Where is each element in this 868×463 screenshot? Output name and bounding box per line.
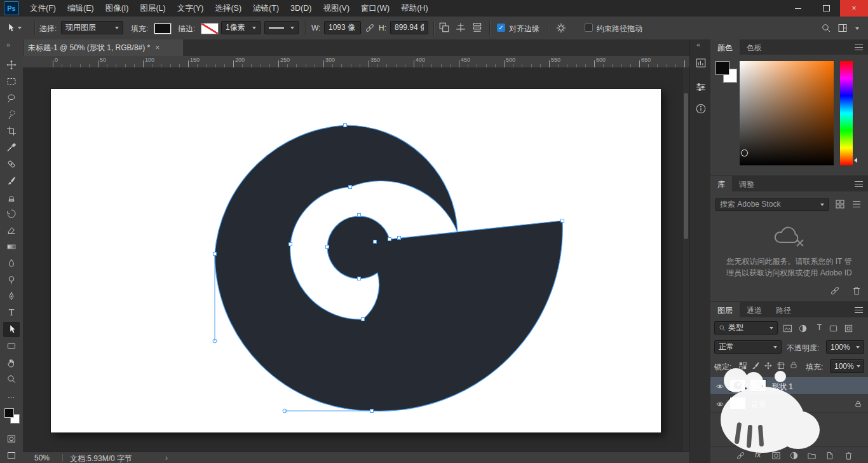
tool-brush[interactable]: [3, 173, 20, 188]
tool-preset-picker[interactable]: [5, 20, 31, 36]
tool-shape[interactable]: [3, 338, 20, 354]
anchor-point[interactable]: [398, 237, 401, 240]
status-popup-chevron[interactable]: ›: [165, 453, 168, 462]
link-layers-icon[interactable]: [736, 451, 745, 460]
library-search-dropdown[interactable]: 搜索 Adobe Stock: [715, 198, 829, 211]
toolbar-edit-ellipsis[interactable]: …: [3, 388, 20, 403]
filter-pixel-layers-icon[interactable]: [783, 324, 792, 333]
tab-channels[interactable]: 通道: [740, 302, 769, 317]
screen-mode-button[interactable]: [3, 448, 20, 463]
tool-zoom[interactable]: [3, 371, 20, 387]
layer-style-fx-icon[interactable]: fx: [755, 450, 761, 459]
anchor-point[interactable]: [326, 245, 329, 249]
fill-swatch[interactable]: [154, 23, 172, 34]
anchor-point[interactable]: [214, 252, 217, 256]
document-tab[interactable]: 未标题-1 @ 50% (形状 1, RGB/8#) * ×: [23, 39, 183, 56]
vertical-scrollbar[interactable]: [682, 67, 689, 452]
filter-type-layers-icon[interactable]: T: [815, 323, 824, 332]
close-button[interactable]: ×: [840, 0, 868, 17]
color-swatches[interactable]: [4, 408, 20, 424]
tab-swatches[interactable]: 色板: [740, 39, 769, 55]
library-link-icon[interactable]: [830, 286, 840, 296]
menu-view[interactable]: 视图(V): [317, 0, 355, 17]
anchor-point[interactable]: [344, 124, 347, 127]
tab-libraries[interactable]: 库: [710, 176, 732, 191]
gear-icon[interactable]: [555, 22, 567, 34]
menu-layer[interactable]: 图层(L): [134, 0, 171, 17]
toolbar-collapse-icon[interactable]: »: [6, 41, 10, 48]
tool-healing-brush[interactable]: [3, 156, 20, 172]
info-panel-icon[interactable]: [695, 103, 707, 114]
foreground-color-swatch[interactable]: [4, 408, 14, 418]
tool-marquee[interactable]: [3, 74, 20, 89]
hue-slider[interactable]: [840, 61, 853, 165]
tab-color[interactable]: 颜色: [710, 39, 740, 55]
lock-position-icon[interactable]: [764, 361, 773, 370]
tool-quick-select[interactable]: [3, 107, 20, 122]
anchor-point[interactable]: [362, 318, 365, 321]
minimize-button[interactable]: [784, 0, 812, 17]
foreground-color-swatch[interactable]: [715, 61, 729, 75]
stroke-style-dropdown[interactable]: [264, 21, 299, 34]
tool-eyedropper[interactable]: [3, 140, 20, 155]
delete-layer-icon[interactable]: [844, 451, 853, 460]
tool-move[interactable]: [3, 57, 20, 73]
align-edges-checkbox[interactable]: ✓: [497, 24, 505, 32]
tool-path-select[interactable]: [3, 322, 20, 337]
histogram-panel-icon[interactable]: [695, 57, 707, 69]
add-mask-icon[interactable]: [771, 451, 781, 460]
workspace-caret-icon[interactable]: [855, 27, 859, 30]
color-field[interactable]: [740, 61, 834, 165]
library-trash-icon[interactable]: [851, 286, 862, 296]
anchor-point[interactable]: [358, 277, 361, 280]
blend-mode-dropdown[interactable]: 正常: [714, 340, 782, 354]
artboard[interactable]: [51, 89, 661, 432]
path-alignment-button[interactable]: [455, 22, 466, 33]
panel-menu-icon[interactable]: [855, 307, 863, 313]
tool-hand[interactable]: [3, 355, 20, 370]
quick-mask-button[interactable]: [3, 431, 20, 446]
anchor-point[interactable]: [370, 410, 374, 413]
adjustments-panel-icon[interactable]: [695, 81, 707, 93]
link-dimensions-icon[interactable]: [365, 23, 375, 33]
menu-select[interactable]: 选择(S): [209, 0, 247, 17]
anchor-point[interactable]: [289, 243, 292, 246]
menu-image[interactable]: 图像(I): [100, 0, 135, 17]
scrollbar-thumb[interactable]: [684, 93, 688, 239]
anchor-point[interactable]: [358, 214, 361, 217]
vector-mask-thumbnail[interactable]: [750, 379, 766, 392]
tool-history-brush[interactable]: [3, 206, 20, 221]
zoom-level[interactable]: 50%: [34, 453, 50, 462]
workspace-switcher-icon[interactable]: [837, 23, 848, 33]
width-input[interactable]: 1093 像: [324, 21, 361, 34]
tab-close-icon[interactable]: ×: [155, 43, 159, 52]
layer-thumbnail[interactable]: [729, 397, 746, 410]
menu-file[interactable]: 文件(F): [24, 0, 62, 17]
tab-paths[interactable]: 路径: [769, 302, 798, 317]
panel-color-swatches[interactable]: [715, 61, 738, 84]
color-field-cursor[interactable]: [741, 149, 748, 156]
new-adjustment-layer-icon[interactable]: [789, 451, 799, 460]
lock-pixels-icon[interactable]: [751, 361, 760, 370]
panel-collapse-icon[interactable]: «: [696, 41, 700, 48]
menu-3d[interactable]: 3D(D): [285, 0, 317, 17]
menu-help[interactable]: 帮助(H): [395, 0, 433, 17]
tool-crop[interactable]: [3, 123, 20, 139]
anchor-point[interactable]: [561, 219, 564, 223]
filter-adjustment-layers-icon[interactable]: [798, 324, 808, 333]
anchor-point[interactable]: [374, 240, 377, 244]
tool-lasso[interactable]: [3, 90, 20, 106]
tool-gradient[interactable]: [3, 239, 20, 254]
grid-view-icon[interactable]: [835, 199, 845, 209]
hue-slider-marker[interactable]: [854, 158, 857, 163]
stroke-swatch[interactable]: [201, 23, 219, 34]
new-group-icon[interactable]: [807, 451, 817, 460]
constrain-path-checkbox[interactable]: [585, 24, 593, 32]
tool-clone-stamp[interactable]: [3, 190, 20, 205]
layer-thumbnail[interactable]: [729, 379, 746, 392]
height-input[interactable]: 899.94 像: [390, 21, 428, 34]
stroke-width-dropdown[interactable]: 1像素: [221, 21, 261, 34]
anchor-point[interactable]: [388, 238, 391, 241]
layer-row-background[interactable]: 背景: [710, 395, 868, 413]
tool-type[interactable]: T: [3, 305, 20, 321]
